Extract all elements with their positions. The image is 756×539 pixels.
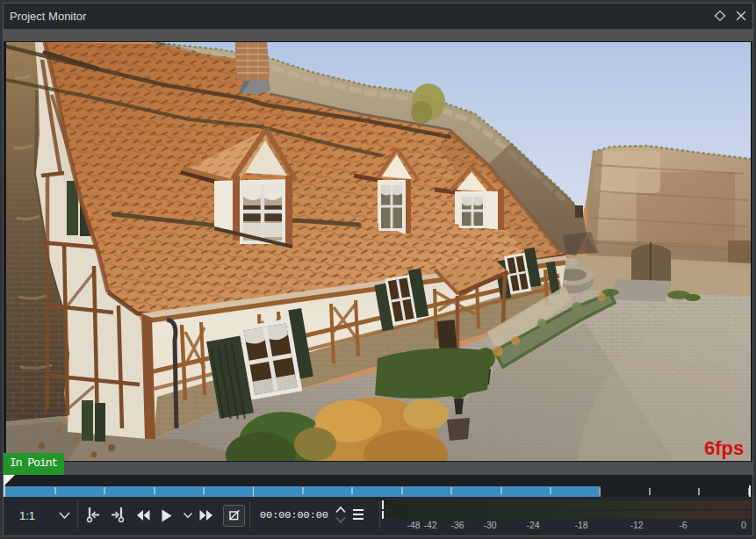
svg-text:6fps: 6fps bbox=[704, 437, 744, 459]
